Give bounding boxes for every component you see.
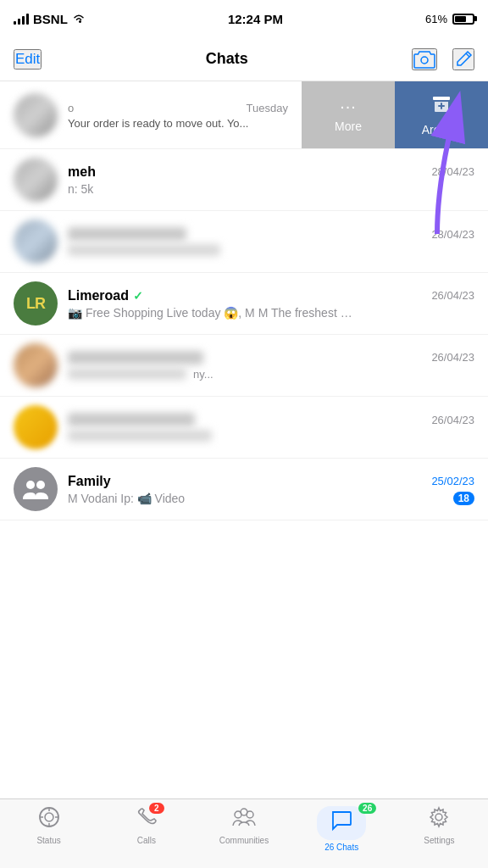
swiped-chat-item[interactable]: o Tuesday Your order is ready to move ou…: [0, 81, 302, 149]
status-time: 12:24 PM: [228, 12, 283, 26]
avatar-blurred-1: [14, 158, 58, 202]
chat-header-4: 26/04/23: [68, 351, 474, 364]
carrier-label: BSNL: [33, 12, 68, 26]
edit-button[interactable]: Edit: [14, 49, 42, 70]
page-title: Chats: [206, 50, 248, 68]
chats-icon: 26: [317, 806, 366, 840]
status-icon: [38, 806, 60, 833]
list-item[interactable]: LR Limeroad ✓ 26/04/23 📷 Free Shopping L…: [0, 273, 488, 335]
nav-icons: [412, 48, 474, 70]
unread-badge-family: 18: [453, 492, 474, 505]
battery-pct: 61%: [425, 13, 447, 25]
archive-icon: [431, 94, 452, 120]
chat-name-blurred-2: [68, 227, 186, 241]
svg-rect-1: [433, 97, 450, 100]
calls-icon: 2: [136, 806, 158, 833]
chat-preview-suffix-4: ny...: [193, 368, 214, 381]
calls-badge: 2: [149, 803, 164, 814]
chat-time-5: 26/04/23: [431, 414, 474, 426]
archive-action-button[interactable]: Archive: [395, 81, 488, 148]
chat-header-3: Limeroad ✓ 26/04/23: [68, 288, 474, 303]
chat-preview-blurred-2: [68, 244, 220, 256]
chat-time-3: 26/04/23: [431, 289, 474, 302]
swipe-actions: ··· More Archive: [302, 81, 488, 148]
tab-settings[interactable]: Settings: [391, 806, 488, 845]
archive-svg: [431, 94, 452, 114]
communities-tab-label: Communities: [219, 836, 269, 845]
list-item[interactable]: 26/04/23: [0, 397, 488, 459]
svg-point-0: [421, 57, 428, 64]
more-action-button[interactable]: ··· More: [302, 81, 395, 148]
battery-icon: [452, 14, 474, 25]
chat-header-2: 28/04/23: [68, 227, 474, 241]
settings-icon: [428, 806, 450, 833]
chat-header-6: Family 25/02/23: [68, 474, 474, 489]
avatar-blurred-2: [14, 220, 58, 264]
swiped-preview: Your order is ready to move out. Yo...: [68, 117, 288, 130]
list-item[interactable]: 28/04/23: [0, 211, 488, 273]
list-item[interactable]: 26/04/23 ny...: [0, 335, 488, 397]
camera-icon: [413, 50, 435, 69]
communities-icon: [232, 806, 256, 833]
status-tab-label: Status: [36, 836, 60, 845]
communities-svg: [232, 806, 256, 828]
chat-time-1: 28/04/23: [431, 165, 474, 178]
chat-content-1: meh 28/04/23 n: 5k: [68, 164, 474, 196]
svg-point-13: [241, 809, 247, 815]
blurred-avatar-1: [14, 93, 58, 137]
chat-content-6: Family 25/02/23 M Vodani Ip: 📹 Video 18: [68, 474, 474, 505]
status-svg: [38, 806, 60, 828]
list-item[interactable]: Family 25/02/23 M Vodani Ip: 📹 Video 18: [0, 459, 488, 520]
chat-name-blurred-5: [68, 413, 195, 426]
chat-preview-1: n: 5k: [68, 182, 356, 196]
chat-header-5: 26/04/23: [68, 413, 474, 426]
chats-badge: 26: [358, 803, 376, 814]
chat-content-3: Limeroad ✓ 26/04/23 📷 Free Shopping Live…: [68, 288, 474, 320]
verified-badge: ✓: [133, 289, 143, 303]
swipe-row: ··· More Archive o Tuesday: [0, 81, 488, 149]
family-group-icon: [22, 477, 49, 501]
swiped-chat-content: o Tuesday Your order is ready to move ou…: [68, 102, 288, 130]
chat-preview-6: M Vodani Ip: 📹 Video: [68, 492, 185, 505]
tab-status[interactable]: Status: [0, 806, 97, 845]
svg-point-6: [45, 813, 53, 821]
avatar-blurred-4: [14, 343, 58, 387]
chat-time-6: 25/02/23: [431, 475, 474, 487]
chat-name-1: meh: [68, 164, 96, 180]
chat-name-6: Family: [68, 474, 111, 489]
swiped-chat-time: Tuesday: [247, 102, 288, 114]
family-avatar: [14, 467, 58, 511]
svg-point-2: [26, 481, 35, 489]
swiped-chat-header: o Tuesday: [68, 102, 288, 114]
status-bar: BSNL 12:24 PM 61%: [0, 0, 488, 37]
settings-tab-label: Settings: [424, 836, 454, 845]
chat-preview-row-4: ny...: [68, 368, 474, 381]
chat-name-blurred-4: [68, 351, 203, 364]
camera-button[interactable]: [412, 48, 437, 70]
compose-button[interactable]: [452, 48, 474, 70]
tab-calls[interactable]: 2 Calls: [97, 806, 195, 845]
tab-chats[interactable]: 26 26 Chats: [293, 806, 391, 852]
swiped-partial-name: o: [68, 102, 74, 114]
nav-bar: Edit Chats: [0, 37, 488, 81]
signal-icon: [14, 13, 29, 25]
chat-preview-3: 📷 Free Shopping Live today 😱, M M The fr…: [68, 306, 356, 320]
chat-preview-blurred-5: [68, 430, 212, 442]
chat-time-4: 26/04/23: [431, 351, 474, 364]
avatar-yellow-5: [14, 405, 58, 449]
archive-label: Archive: [422, 123, 462, 136]
list-item[interactable]: meh 28/04/23 n: 5k: [0, 149, 488, 211]
status-left: BSNL: [14, 12, 86, 26]
chat-name-3: Limeroad ✓: [68, 288, 143, 303]
chat-time-2: 28/04/23: [431, 228, 474, 241]
svg-point-14: [435, 814, 442, 821]
chat-list-container: ··· More Archive o Tuesday: [0, 81, 488, 798]
chats-tab-label: 26 Chats: [324, 843, 358, 852]
chats-svg: [330, 810, 352, 832]
more-dots-icon: ···: [340, 97, 357, 116]
chat-content-5: 26/04/23: [68, 413, 474, 442]
more-label: More: [335, 120, 362, 133]
tab-communities[interactable]: Communities: [195, 806, 292, 845]
settings-svg: [428, 806, 450, 828]
wifi-icon: [72, 14, 86, 24]
